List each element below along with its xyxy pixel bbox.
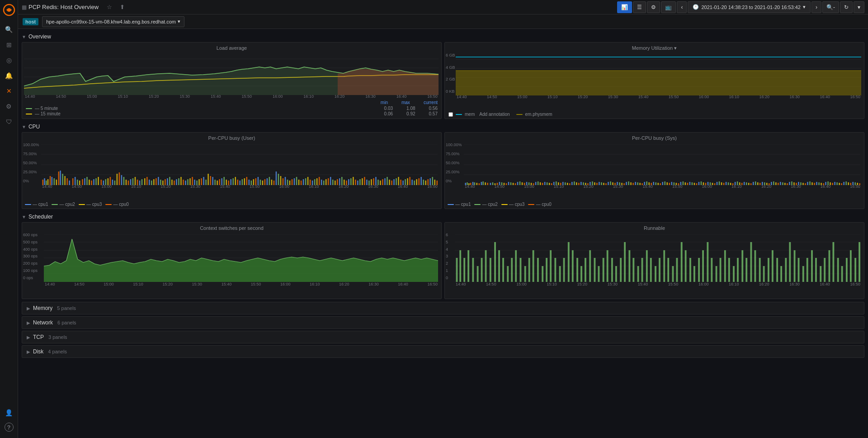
section-memory-collapsed[interactable]: ▶ Memory 5 panels bbox=[22, 302, 864, 314]
svg-rect-64 bbox=[144, 178, 146, 185]
svg-rect-220 bbox=[510, 182, 512, 185]
sidebar-gear-icon[interactable]: ⚙ bbox=[2, 99, 16, 114]
svg-rect-222 bbox=[515, 183, 516, 185]
panel-memory-utilization: Memory Utilization ▾ 6 GB 4 GB 2 GB 0 KB bbox=[444, 42, 864, 119]
svg-rect-129 bbox=[292, 179, 293, 185]
svg-rect-231 bbox=[535, 182, 537, 185]
next-time-button[interactable]: › bbox=[811, 1, 821, 13]
prev-time-button[interactable]: ‹ bbox=[677, 1, 687, 13]
sidebar-bell-icon[interactable]: 🔔 bbox=[2, 68, 16, 83]
panel-runnable: Runnable 6 5 4 3 2 1 0 bbox=[444, 222, 864, 299]
svg-rect-277 bbox=[639, 183, 641, 185]
svg-rect-431 bbox=[632, 258, 634, 282]
svg-rect-174 bbox=[393, 179, 395, 185]
share-button[interactable]: ⬆ bbox=[117, 2, 127, 13]
svg-rect-393 bbox=[467, 250, 469, 282]
svg-rect-428 bbox=[620, 258, 622, 282]
svg-rect-169 bbox=[382, 179, 383, 185]
section-overview-header[interactable]: ▼ Overview bbox=[22, 32, 864, 42]
svg-rect-451 bbox=[720, 258, 722, 282]
tv-mode-button[interactable]: 📺 bbox=[661, 1, 676, 13]
sidebar: 🔍 ⊞ ◎ 🔔 ✕ ⚙ 🛡 👤 ? bbox=[0, 0, 18, 438]
svg-rect-303 bbox=[698, 182, 700, 185]
svg-rect-135 bbox=[305, 178, 307, 185]
svg-rect-38 bbox=[84, 178, 85, 185]
table-view-button[interactable]: ☰ bbox=[633, 1, 646, 13]
cpu2-sys-label: — cpu2 bbox=[482, 202, 497, 207]
svg-rect-145 bbox=[328, 178, 329, 185]
section-scheduler-header[interactable]: ▼ Scheduler bbox=[22, 212, 864, 222]
15min-legend-color bbox=[26, 114, 32, 114]
host-filter-dropdown[interactable]: hpe-apollo-cn99xx-15-vm-08.khw4.lab.eng.… bbox=[42, 16, 184, 27]
physmem-line-color bbox=[516, 114, 523, 115]
section-disk-collapsed[interactable]: ▶ Disk 4 panels bbox=[22, 345, 864, 358]
svg-rect-173 bbox=[391, 181, 392, 185]
collapse-overview-icon: ▼ bbox=[22, 34, 26, 39]
filter-tag-host: host bbox=[23, 18, 38, 25]
legend-cpu2-sys: — cpu2 bbox=[474, 202, 497, 207]
svg-rect-329 bbox=[757, 182, 759, 185]
memory-title-arrow[interactable]: ▾ bbox=[674, 45, 677, 51]
svg-rect-391 bbox=[459, 250, 461, 282]
cpu-user-legend: — cpu1 — cpu2 — cpu3 — cpu0 bbox=[22, 200, 441, 209]
svg-rect-185 bbox=[418, 178, 420, 185]
svg-rect-414 bbox=[559, 266, 561, 282]
svg-rect-464 bbox=[776, 258, 778, 282]
svg-rect-67 bbox=[151, 181, 152, 185]
legend-min-label: min bbox=[381, 100, 388, 105]
sidebar-target-icon[interactable]: ◎ bbox=[2, 53, 16, 67]
sidebar-bookmark-icon[interactable]: ✕ bbox=[2, 84, 16, 98]
mem-checkbox[interactable] bbox=[448, 112, 453, 117]
svg-rect-124 bbox=[280, 176, 282, 185]
svg-rect-43 bbox=[95, 178, 97, 185]
load-average-chart bbox=[24, 54, 439, 95]
section-network-collapsed[interactable]: ▶ Network 6 panels bbox=[22, 316, 864, 329]
zoom-out-button[interactable]: 🔍- bbox=[822, 1, 839, 13]
cpu-sys-legend: — cpu1 — cpu2 — cpu3 — cpu0 bbox=[445, 200, 864, 209]
chart-view-button[interactable]: 📊 bbox=[617, 1, 632, 13]
15min-min: 0.06 bbox=[384, 111, 393, 116]
svg-rect-369 bbox=[848, 182, 849, 185]
svg-rect-343 bbox=[789, 182, 790, 185]
svg-rect-434 bbox=[646, 250, 648, 282]
memory-chart bbox=[456, 55, 861, 95]
star-button[interactable]: ☆ bbox=[104, 2, 115, 13]
sidebar-help-icon[interactable]: ? bbox=[5, 423, 14, 432]
sidebar-user-icon[interactable]: 👤 bbox=[2, 405, 16, 420]
svg-rect-474 bbox=[820, 266, 821, 282]
svg-rect-104 bbox=[235, 177, 236, 185]
cpu-user-bars bbox=[42, 171, 438, 185]
memory-legend: mem Add annotation em.physmem bbox=[445, 111, 864, 119]
refresh-button[interactable]: ↻ bbox=[840, 1, 853, 13]
legend-cpu1-sys: — cpu1 bbox=[448, 202, 471, 207]
app-logo[interactable] bbox=[3, 4, 15, 16]
panel-memory-body: 6 GB 4 GB 2 GB 0 KB bbox=[445, 53, 864, 111]
load-average-legend: min max current — 5 minute 0.03 1.08 0.5… bbox=[22, 99, 441, 119]
svg-marker-382 bbox=[44, 239, 438, 282]
svg-rect-234 bbox=[542, 183, 543, 185]
settings-button[interactable]: ⚙ bbox=[647, 1, 660, 13]
expand-disk-icon: ▶ bbox=[27, 349, 30, 354]
svg-rect-465 bbox=[780, 266, 782, 282]
svg-rect-355 bbox=[816, 182, 817, 185]
svg-rect-92 bbox=[208, 174, 209, 185]
refresh-interval-button[interactable]: ▾ bbox=[854, 1, 864, 13]
add-annotation-btn[interactable]: Add annotation bbox=[479, 112, 509, 117]
section-cpu-header[interactable]: ▼ CPU bbox=[22, 122, 864, 132]
time-range-picker[interactable]: 🕐 2021-01-20 14:38:23 to 2021-01-20 16:5… bbox=[688, 1, 811, 13]
expand-tcp-icon: ▶ bbox=[27, 335, 30, 340]
svg-rect-341 bbox=[784, 183, 786, 185]
svg-rect-444 bbox=[689, 258, 691, 282]
svg-rect-79 bbox=[178, 178, 179, 185]
svg-rect-395 bbox=[477, 266, 479, 282]
svg-rect-161 bbox=[364, 177, 365, 185]
svg-rect-458 bbox=[750, 242, 752, 282]
svg-rect-168 bbox=[380, 181, 381, 185]
sidebar-search-icon[interactable]: 🔍 bbox=[2, 22, 16, 37]
sidebar-grid-icon[interactable]: ⊞ bbox=[2, 38, 16, 52]
runnable-x-axis: 14:4014:5015:0015:1015:2015:3015:4015:50… bbox=[447, 282, 861, 286]
svg-rect-143 bbox=[323, 181, 325, 185]
svg-rect-300 bbox=[692, 182, 693, 185]
sidebar-shield-icon[interactable]: 🛡 bbox=[2, 114, 16, 129]
section-tcp-collapsed[interactable]: ▶ TCP 3 panels bbox=[22, 331, 864, 343]
